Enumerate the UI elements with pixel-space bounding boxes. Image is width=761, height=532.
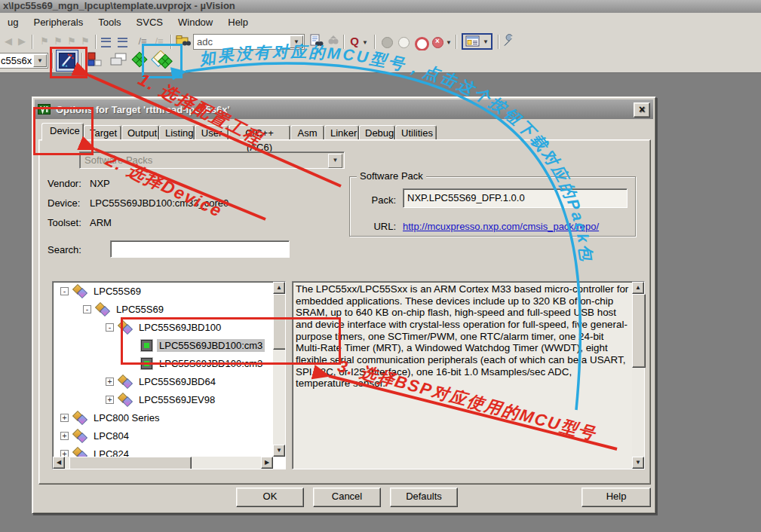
configure-window-button[interactable]: ▼: [462, 33, 493, 50]
tree-hscrollbar[interactable]: ◀ ▶: [53, 457, 273, 469]
batch-windows-icon[interactable]: [109, 51, 128, 68]
pack-label: Pack:: [358, 194, 396, 206]
tree-vscrollbar[interactable]: ▲ ▼: [273, 282, 285, 457]
build-cubes-icon[interactable]: [86, 51, 104, 68]
pack-installer-icon[interactable]: [152, 50, 175, 72]
tab-asm[interactable]: Asm: [290, 125, 324, 140]
tab-output[interactable]: Output: [121, 125, 159, 140]
window-titlebar: x\lpc55s69_mgn_lpcup\template.uvprojx - …: [0, 0, 761, 13]
bookmark-icon[interactable]: ⚑: [38, 34, 51, 49]
target-select-dropdown-icon[interactable]: ▼: [33, 54, 47, 67]
device-family-icon: [73, 285, 87, 297]
pack-url-link[interactable]: http://mcuxpresso.nxp.com/cmsis_pack/rep…: [403, 221, 599, 232]
tree-expander[interactable]: +: [106, 378, 114, 386]
tree-item[interactable]: +LPC800 Series: [53, 408, 273, 427]
scroll-down-icon[interactable]: ▼: [273, 445, 285, 457]
bookmark-clear-icon[interactable]: ⚑: [78, 34, 92, 49]
tree-item[interactable]: +LPC55S69JBD64: [53, 372, 273, 390]
breakpoint-enable-icon[interactable]: [415, 37, 429, 51]
ok-button[interactable]: OK: [236, 488, 304, 507]
help-button[interactable]: Help: [581, 488, 651, 507]
tab-device[interactable]: Device: [41, 123, 84, 141]
menu-peripherals[interactable]: Peripherals: [26, 14, 91, 30]
tab-debug[interactable]: Debug: [359, 125, 395, 140]
scroll-down-icon[interactable]: ▼: [632, 457, 644, 469]
options-for-target-button[interactable]: [56, 50, 78, 72]
breakpoint-white-icon[interactable]: [398, 37, 410, 48]
pack-name-field: NXP.LPC55S69_DFP.1.0.0: [403, 188, 628, 208]
wrench-icon[interactable]: [502, 34, 516, 47]
options-for-target-dialog: Options for Target 'rtthread-lpc55s6x' ×…: [32, 96, 656, 514]
tree-item[interactable]: +LPC55S69JEV98: [53, 390, 273, 408]
tree-item[interactable]: +LPC804: [53, 427, 273, 445]
device-family-icon: [118, 393, 132, 405]
find-text-dropdown-icon[interactable]: ▼: [290, 35, 303, 48]
breakpoint-dropdown-icon[interactable]: ▼: [445, 35, 453, 50]
description-vscroll-thumb[interactable]: [632, 294, 646, 368]
quick-find-icon[interactable]: Q: [348, 34, 361, 49]
dialog-tabs: Device Target Output Listing User C/C++ …: [41, 122, 437, 140]
tree-item[interactable]: -LPC55S69JBD100: [53, 318, 273, 336]
target-select-combobox[interactable]: c55s6x ▼: [0, 53, 48, 69]
scroll-up-icon[interactable]: ▲: [273, 282, 285, 294]
comment-icon[interactable]: /≡: [136, 34, 149, 49]
menu-bar: ug Peripherals Tools SVCS Window Help: [0, 13, 761, 32]
doc-find-icon[interactable]: [309, 34, 324, 48]
pack-name-value: NXP.LPC55S69_DFP.1.0.0: [407, 192, 525, 203]
tree-item[interactable]: +LPC824: [53, 445, 273, 457]
tab-listing[interactable]: Listing: [159, 125, 195, 140]
configure-window-dropdown-icon[interactable]: ▼: [483, 38, 489, 45]
tab-target[interactable]: Target: [84, 125, 121, 140]
scroll-left-icon[interactable]: ◀: [53, 457, 65, 469]
search-input[interactable]: [110, 240, 290, 258]
cancel-button[interactable]: Cancel: [313, 488, 381, 507]
nav-forward-icon[interactable]: ▶: [15, 34, 29, 49]
tree-expander[interactable]: +: [60, 432, 69, 440]
toolbar-separator: [95, 35, 97, 49]
quick-find-dropdown-icon[interactable]: ▼: [361, 35, 369, 50]
software-packs-dropdown-icon[interactable]: ▼: [328, 154, 342, 168]
menu-debug-partial[interactable]: ug: [0, 14, 26, 30]
tree-expander[interactable]: +: [60, 450, 69, 457]
find-in-files-icon[interactable]: [176, 34, 191, 47]
menu-svcs[interactable]: SVCS: [129, 14, 170, 30]
bookmark-next-icon[interactable]: ⚑: [65, 34, 78, 49]
tree-item-selected[interactable]: LPC55S69JBD100:cm3: [53, 336, 273, 354]
tree-expander[interactable]: -: [106, 323, 114, 332]
description-vscrollbar[interactable]: ▲ ▼: [632, 282, 644, 469]
tree-item[interactable]: -LPC55S69: [53, 282, 273, 300]
breakpoint-kill-icon[interactable]: [432, 37, 443, 48]
nav-back-icon[interactable]: ◀: [2, 34, 15, 49]
scroll-right-icon[interactable]: ▶: [261, 457, 273, 469]
tree-expander[interactable]: +: [60, 414, 69, 422]
tab-linker[interactable]: Linker: [324, 125, 359, 140]
find-text-combobox[interactable]: adc ▼: [193, 34, 305, 50]
tree-expander[interactable]: -: [60, 287, 69, 295]
find-next-icon[interactable]: [327, 34, 340, 47]
menu-help[interactable]: Help: [220, 14, 256, 30]
uncomment-icon[interactable]: /≡: [152, 34, 166, 49]
device-family-icon: [96, 303, 109, 315]
tree-item[interactable]: LPC55S69JBD100:cm3: [53, 354, 273, 372]
tree-expander[interactable]: +: [106, 396, 114, 404]
manage-rte-icon[interactable]: [130, 50, 149, 69]
menu-window[interactable]: Window: [170, 14, 220, 30]
indent-left-icon[interactable]: [101, 38, 111, 47]
tab-utilities[interactable]: Utilities: [395, 125, 437, 140]
toolbar-separator: [32, 35, 33, 49]
scroll-up-icon[interactable]: ▲: [632, 282, 644, 294]
tab-c-cpp[interactable]: C/C++ (AC6): [229, 125, 290, 140]
tree-item-label: LPC55S69JEV98: [137, 393, 217, 406]
tree-hscroll-thumb[interactable]: [69, 457, 192, 469]
dialog-close-button[interactable]: ×: [634, 102, 650, 118]
tree-vscroll-thumb[interactable]: [273, 294, 286, 350]
indent-right-icon[interactable]: [118, 38, 127, 47]
tree-expander[interactable]: -: [83, 305, 91, 313]
bookmark-prev-icon[interactable]: ⚑: [51, 34, 65, 49]
breakpoint-gray-icon[interactable]: [382, 37, 393, 48]
menu-tools[interactable]: Tools: [91, 14, 128, 30]
tree-item[interactable]: -LPC55S69: [53, 300, 273, 318]
device-label: Device:: [48, 197, 80, 209]
defaults-button[interactable]: Defaults: [390, 488, 458, 507]
tab-user[interactable]: User: [195, 125, 229, 140]
